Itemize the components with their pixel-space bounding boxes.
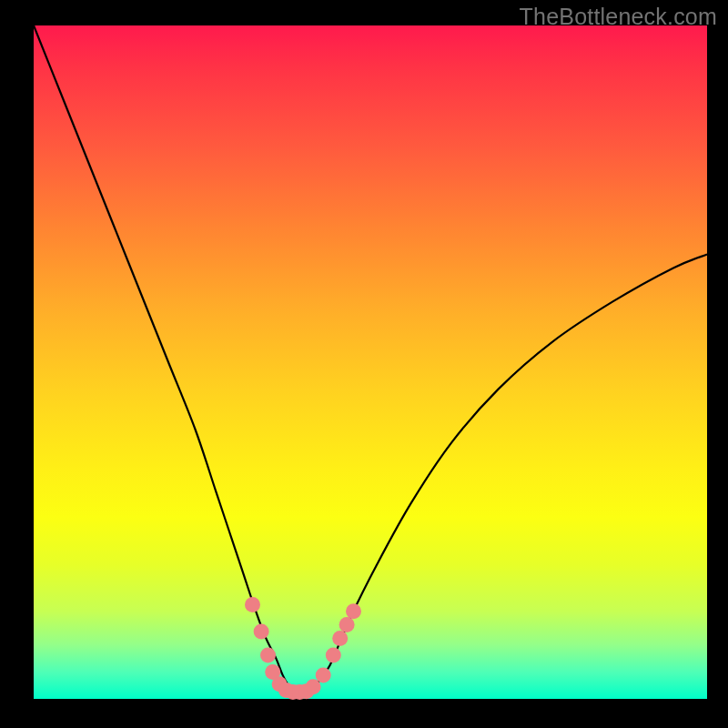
bottleneck-curve bbox=[34, 25, 707, 693]
curve-marker bbox=[332, 631, 348, 646]
outer-black-frame: TheBottleneck.com bbox=[0, 0, 728, 728]
curve-marker bbox=[339, 617, 355, 632]
curve-marker bbox=[245, 597, 260, 612]
watermark-text: TheBottleneck.com bbox=[520, 4, 717, 30]
curve-marker bbox=[260, 647, 276, 662]
curve-marker bbox=[346, 603, 361, 619]
curve-marker bbox=[254, 624, 269, 640]
curve-marker bbox=[316, 668, 331, 683]
curve-markers bbox=[245, 597, 361, 700]
curve-marker bbox=[326, 647, 341, 662]
chart-overlay bbox=[34, 25, 707, 699]
